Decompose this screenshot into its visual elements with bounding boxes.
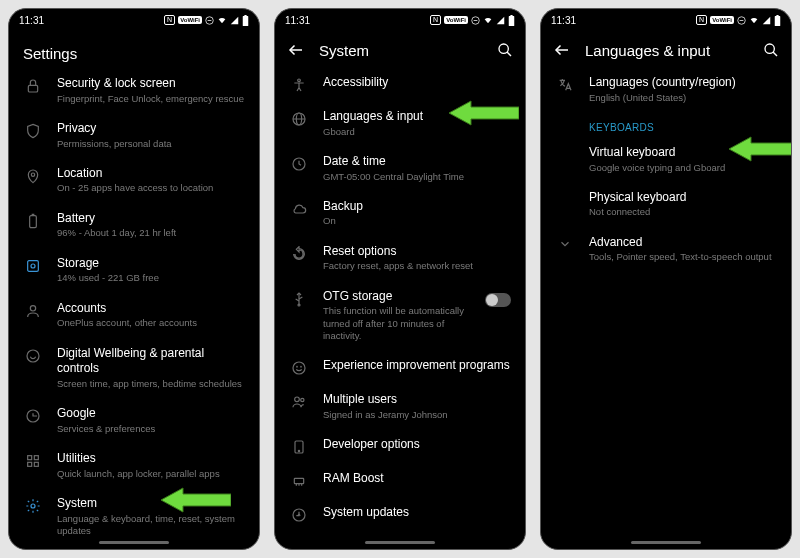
shield-icon [23,123,43,139]
cloud-icon [289,201,309,217]
system-item-languages-input[interactable]: Languages & input Gboard [275,101,525,146]
item-label: Reset options [323,244,511,260]
item-sub: Google voice typing and Gboard [589,162,777,174]
system-item-backup[interactable]: Backup On [275,191,525,236]
svg-point-29 [298,79,301,82]
system-item-accessibility[interactable]: Accessibility [275,67,525,101]
svg-rect-24 [509,16,515,26]
svg-rect-8 [28,260,39,271]
item-sub: Gboard [323,126,511,138]
grid-icon [23,453,43,469]
svg-rect-44 [294,479,303,484]
item-sub: 96% - About 1 day, 21 hr left [57,227,245,239]
signal-icon [496,16,505,25]
settings-item-accounts[interactable]: Accounts OnePlus account, other accounts [9,293,259,338]
gear-icon [23,498,43,514]
system-list[interactable]: Accessibility Languages & input Gboard D… [275,67,525,549]
header: Settings [9,31,259,68]
svg-point-10 [30,305,35,310]
search-icon[interactable] [763,42,779,58]
svg-point-9 [31,264,35,268]
header: Languages & input [541,31,791,67]
item-sub: Language & keyboard, time, reset, system… [57,513,245,538]
system-item-reset-options[interactable]: Reset options Factory reset, apps & netw… [275,236,525,281]
a11y-icon [289,77,309,93]
svg-point-38 [297,367,298,368]
otg-toggle[interactable] [485,293,511,307]
users-icon [289,394,309,410]
settings-item-storage[interactable]: Storage 14% used - 221 GB free [9,248,259,293]
status-time: 11:31 [19,15,44,26]
svg-point-54 [765,44,774,53]
item-label: Battery [57,211,245,227]
svg-line-55 [773,52,777,56]
settings-item-battery[interactable]: Battery 96% - About 1 day, 21 hr left [9,203,259,248]
item-sub: On - 25 apps have access to location [57,182,245,194]
svg-point-27 [499,44,508,53]
home-indicator[interactable] [99,541,169,544]
item-label: OTG storage [323,289,471,305]
system-item-otg-storage[interactable]: OTG storage This function will be automa… [275,281,525,351]
usb-icon [289,291,309,307]
page-title: System [319,42,483,59]
signal-icon [230,16,239,25]
home-indicator[interactable] [365,541,435,544]
page-title: Languages & input [585,42,749,59]
system-item-developer-options[interactable]: Developer options [275,429,525,463]
system-item-multiple-users[interactable]: Multiple users Signed in as Jeramy Johns… [275,384,525,429]
settings-item-utilities[interactable]: Utilities Quick launch, app locker, para… [9,443,259,488]
phone-languages: 11:31 N VoWiFi Languages & input Languag… [540,8,792,550]
item-sub: Tools, Pointer speed, Text-to-speech out… [589,251,777,263]
status-icons: N VoWiFi [430,15,515,26]
status-bar: 11:31 N VoWiFi [541,9,791,31]
vowifi-icon: VoWiFi [710,16,734,24]
pin-icon [23,168,43,184]
search-icon[interactable] [497,42,513,58]
svg-rect-3 [244,15,246,16]
item-sub: This function will be automatically turn… [323,305,471,342]
settings-item-system[interactable]: System Language & keyboard, time, reset,… [9,488,259,545]
svg-point-41 [301,399,304,402]
dev-icon [289,439,309,455]
dnd-icon [471,16,480,25]
item-sub: Signed in as Jeramy Johnson [323,409,511,421]
keyboard-item-physical-keyboard[interactable]: Physical keyboard Not connected [541,182,791,227]
item-label: Utilities [57,451,245,467]
status-icons: N VoWiFi [696,15,781,26]
languages-list[interactable]: Languages (country/region) English (Unit… [541,67,791,549]
system-item-ram-boost[interactable]: RAM Boost [275,463,525,497]
item-label: Experience improvement programs [323,358,511,374]
item-label: System [57,496,245,512]
item-label: Digital Wellbeing & parental controls [57,346,245,377]
item-label: Accounts [57,301,245,317]
settings-item-google[interactable]: Google Services & preferences [9,398,259,443]
wifi-icon [217,15,227,25]
settings-item-location[interactable]: Location On - 25 apps have access to loc… [9,158,259,203]
back-icon[interactable] [553,41,571,59]
home-indicator[interactable] [631,541,701,544]
system-item-date-time[interactable]: Date & time GMT-05:00 Central Daylight T… [275,146,525,191]
settings-item-digital-wellbeing-parental-controls[interactable]: Digital Wellbeing & parental controls Sc… [9,338,259,399]
settings-item-privacy[interactable]: Privacy Permissions, personal data [9,113,259,158]
globe-icon [289,111,309,127]
status-time: 11:31 [285,15,310,26]
item-sub: Fingerprint, Face Unlock, emergency resc… [57,93,245,105]
settings-item-security-lock-screen[interactable]: Security & lock screen Fingerprint, Face… [9,68,259,113]
wellbeing-icon [23,348,43,364]
settings-list[interactable]: Security & lock screen Fingerprint, Face… [9,68,259,549]
page-title: Settings [23,45,245,62]
keyboard-item-virtual-keyboard[interactable]: Virtual keyboard Google voice typing and… [541,137,791,182]
svg-rect-15 [28,462,32,466]
svg-rect-13 [28,456,32,460]
ram-icon [289,473,309,489]
item-sub: Screen time, app timers, bedtime schedul… [57,378,245,390]
system-item-experience-improvement-programs[interactable]: Experience improvement programs [275,350,525,384]
back-icon[interactable] [287,41,305,59]
keyboard-item-advanced[interactable]: Advanced Tools, Pointer speed, Text-to-s… [541,227,791,272]
settings-item-about-phone[interactable]: About phone OnePlus 7 Pro [9,545,259,549]
nfc-icon: N [430,15,441,25]
system-item-system-updates[interactable]: System updates [275,497,525,531]
item-sub: Not connected [589,206,777,218]
svg-rect-14 [34,456,38,460]
languages-region-item[interactable]: Languages (country/region) English (Unit… [541,67,791,112]
